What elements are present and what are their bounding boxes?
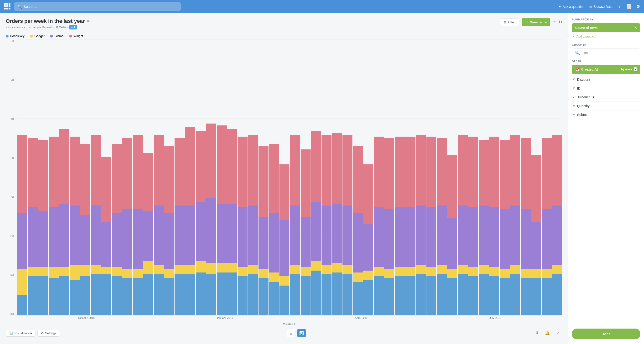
bar-segment[interactable] <box>521 269 531 278</box>
bar-group[interactable] <box>91 40 101 315</box>
bar-segment[interactable] <box>154 265 164 274</box>
bar-segment[interactable] <box>185 265 195 274</box>
bar-segment[interactable] <box>217 263 227 273</box>
bar-segment[interactable] <box>552 135 562 206</box>
bar-segment[interactable] <box>280 220 290 276</box>
breadcrumb-orders[interactable]: ⊞ Orders <box>56 26 68 29</box>
bar-segment[interactable] <box>269 144 279 213</box>
bar-segment[interactable] <box>174 138 184 205</box>
bar-segment[interactable] <box>196 273 206 315</box>
group-item-product-id[interactable]: ⇄ Product ID <box>572 93 640 102</box>
bar-segment[interactable] <box>447 218 457 269</box>
bar-segment[interactable] <box>531 278 541 315</box>
bar-segment[interactable] <box>374 207 384 267</box>
bar-segment[interactable] <box>238 207 248 267</box>
new-item-icon[interactable]: ＋ <box>617 4 622 9</box>
created-at-pill[interactable]: 📅 Created At by week × <box>572 65 640 74</box>
bar-segment[interactable] <box>510 265 520 274</box>
bar-group[interactable] <box>353 40 363 315</box>
bar-segment[interactable] <box>80 265 90 276</box>
bar-segment[interactable] <box>416 274 426 315</box>
bar-segment[interactable] <box>101 274 111 315</box>
bar-segment[interactable] <box>133 209 143 269</box>
bar-segment[interactable] <box>133 269 143 278</box>
bar-segment[interactable] <box>384 209 394 269</box>
bar-group[interactable] <box>405 40 415 315</box>
remove-created-at-button[interactable]: × <box>634 67 637 71</box>
bar-segment[interactable] <box>364 280 373 315</box>
bar-group[interactable] <box>122 40 132 315</box>
bar-group[interactable] <box>17 40 27 315</box>
bar-segment[interactable] <box>500 209 510 269</box>
bar-segment[interactable] <box>164 278 174 315</box>
group-item-subtotal[interactable]: # Subtotal <box>572 110 640 119</box>
bar-segment[interactable] <box>196 202 206 261</box>
bar-segment[interactable] <box>300 276 310 315</box>
search-bar[interactable]: 🔍 <box>14 2 181 11</box>
bar-segment[interactable] <box>374 267 384 276</box>
bar-segment[interactable] <box>258 217 268 269</box>
bar-group[interactable] <box>290 40 300 315</box>
visualization-button[interactable]: 📊 Visualization <box>6 330 36 337</box>
bar-segment[interactable] <box>542 138 552 209</box>
bar-segment[interactable] <box>364 271 373 280</box>
bar-segment[interactable] <box>542 209 552 269</box>
breadcrumb-analytics[interactable]: ≡ Our analytics <box>6 26 25 29</box>
bar-segment[interactable] <box>342 265 352 274</box>
bar-segment[interactable] <box>542 278 552 315</box>
bar-segment[interactable] <box>185 127 195 205</box>
bar-group[interactable] <box>280 40 290 315</box>
bar-segment[interactable] <box>426 267 436 276</box>
alert-icon[interactable]: 🔔 <box>543 329 552 337</box>
bar-segment[interactable] <box>154 274 164 315</box>
bar-segment[interactable] <box>395 207 405 267</box>
bar-group[interactable] <box>258 40 268 315</box>
bar-group[interactable] <box>426 40 436 315</box>
bar-segment[interactable] <box>206 124 216 198</box>
bar-segment[interactable] <box>248 135 258 206</box>
bar-segment[interactable] <box>416 265 426 274</box>
bar-segment[interactable] <box>468 267 478 276</box>
bar-segment[interactable] <box>405 267 415 276</box>
bar-segment[interactable] <box>458 206 468 265</box>
bar-group[interactable] <box>458 40 468 315</box>
bar-segment[interactable] <box>405 207 415 267</box>
bar-group[interactable] <box>70 40 80 315</box>
bar-segment[interactable] <box>101 222 111 267</box>
bar-segment[interactable] <box>280 286 290 315</box>
bar-segment[interactable] <box>458 135 468 206</box>
bar-segment[interactable] <box>458 265 468 274</box>
bar-segment[interactable] <box>59 204 69 267</box>
bar-segment[interactable] <box>112 267 122 276</box>
bar-segment[interactable] <box>437 274 447 315</box>
bar-group[interactable] <box>227 40 237 315</box>
group-search-input[interactable] <box>582 51 637 55</box>
bar-segment[interactable] <box>164 269 174 278</box>
breadcrumb-dataset[interactable]: ≡ Sample Dataset <box>29 26 52 29</box>
bar-segment[interactable] <box>70 206 80 265</box>
count-of-rows-pill[interactable]: Count of rows × <box>572 23 640 32</box>
bar-segment[interactable] <box>269 282 279 315</box>
bar-segment[interactable] <box>384 138 394 209</box>
bar-segment[interactable] <box>311 202 321 261</box>
bar-segment[interactable] <box>206 274 216 315</box>
group-item-id[interactable]: # ID <box>572 84 640 93</box>
bar-segment[interactable] <box>38 267 48 276</box>
edit-title-icon[interactable]: ✏ <box>87 19 90 23</box>
bar-segment[interactable] <box>552 274 562 315</box>
refresh-icon[interactable]: ↻ <box>558 19 562 25</box>
bar-segment[interactable] <box>311 261 321 271</box>
legend-doohickey[interactable]: Doohickey <box>6 34 24 38</box>
bar-group[interactable] <box>101 40 111 315</box>
bar-group[interactable] <box>217 40 227 315</box>
sort-icon[interactable]: ≡ <box>553 20 556 25</box>
bar-segment[interactable] <box>384 278 394 315</box>
bar-segment[interactable] <box>17 135 27 213</box>
bar-group[interactable] <box>322 40 332 315</box>
bar-segment[interactable] <box>489 137 499 207</box>
bar-segment[interactable] <box>479 274 489 315</box>
bar-group[interactable] <box>143 40 153 315</box>
group-item-discount[interactable]: # Discount <box>572 75 640 84</box>
bar-segment[interactable] <box>552 206 562 265</box>
bar-segment[interactable] <box>479 206 489 265</box>
